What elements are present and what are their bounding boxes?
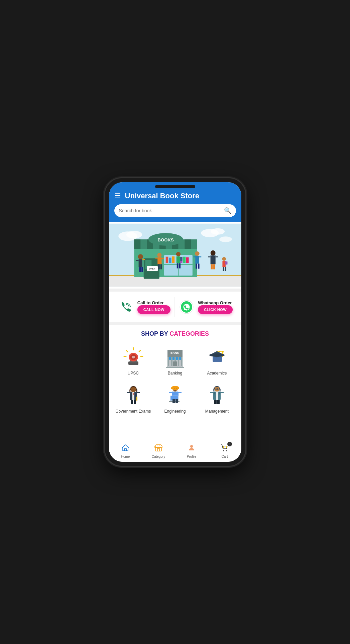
svg-line-148: [224, 446, 224, 448]
category-upsc[interactable]: UPSC: [114, 343, 153, 378]
nav-cart[interactable]: 0 Cart: [215, 444, 235, 458]
svg-point-30: [138, 254, 143, 259]
whatsapp-order-item: Whatsapp Order CLICK NOW: [178, 298, 233, 316]
svg-rect-10: [134, 239, 140, 249]
order-divider: [174, 297, 174, 317]
svg-rect-85: [173, 361, 177, 366]
svg-rect-45: [177, 263, 178, 269]
category-banking[interactable]: BANK: [155, 343, 195, 378]
svg-point-145: [190, 445, 193, 448]
svg-rect-43: [176, 256, 180, 263]
svg-rect-136: [221, 392, 224, 393]
svg-marker-109: [136, 401, 137, 402]
search-button[interactable]: 🔍: [224, 207, 231, 214]
shop-by-text: SHOP BY: [141, 330, 169, 337]
categories-heading: SHOP BY CATEGORIES: [112, 330, 238, 337]
banking-icon: BANK: [163, 345, 187, 369]
svg-point-5: [219, 236, 232, 242]
nav-category[interactable]: Category: [148, 444, 168, 458]
svg-rect-138: [217, 400, 220, 404]
home-nav-label: Home: [121, 455, 130, 458]
svg-rect-137: [214, 400, 217, 404]
category-govt-exams[interactable]: Government Exams: [114, 381, 153, 416]
search-input[interactable]: [119, 208, 224, 213]
banner: BOOKS OPEN: [109, 222, 241, 289]
cart-badge-count: 0: [227, 442, 232, 446]
svg-rect-39: [161, 258, 164, 259]
svg-text:BOOKS: BOOKS: [157, 237, 174, 242]
svg-text:BANK: BANK: [170, 351, 179, 354]
engineering-label: Engineering: [164, 409, 186, 414]
svg-rect-37: [157, 257, 161, 264]
menu-icon[interactable]: ☰: [114, 192, 121, 200]
svg-point-53: [210, 250, 215, 255]
svg-rect-52: [198, 263, 199, 269]
svg-rect-26: [172, 256, 174, 263]
academics-icon: [205, 345, 229, 369]
svg-rect-89: [172, 357, 174, 360]
svg-point-2: [126, 231, 142, 238]
app-title: Universal Book Store: [125, 192, 200, 200]
category-engineering[interactable]: Engineering: [155, 381, 195, 416]
svg-rect-62: [225, 267, 226, 271]
cart-icon: 0: [221, 444, 229, 454]
svg-rect-33: [142, 259, 145, 260]
profile-icon: [188, 444, 196, 454]
govt-exams-icon: [121, 384, 145, 407]
management-label: Management: [205, 409, 229, 414]
upsc-label: UPSC: [127, 371, 138, 375]
svg-rect-107: [137, 392, 140, 393]
home-icon: [121, 444, 129, 454]
svg-rect-110: [131, 400, 133, 404]
svg-point-42: [176, 252, 180, 256]
svg-point-36: [157, 253, 161, 257]
search-bar: 🔍: [114, 204, 236, 217]
upsc-icon: [121, 345, 145, 369]
cart-nav-label: Cart: [222, 455, 228, 458]
svg-rect-140: [155, 447, 161, 451]
separator-2: [109, 322, 241, 325]
svg-rect-24: [165, 257, 168, 263]
svg-rect-49: [193, 256, 196, 257]
category-icon: [154, 444, 162, 454]
svg-rect-56: [215, 256, 218, 257]
svg-rect-14: [185, 239, 191, 249]
svg-rect-78: [167, 355, 183, 357]
svg-rect-90: [176, 357, 178, 360]
svg-rect-139: [124, 449, 126, 451]
order-section: Call to Order CALL NOW: [109, 291, 241, 322]
svg-point-59: [222, 257, 226, 261]
category-management[interactable]: Management: [197, 381, 236, 416]
svg-rect-35: [141, 267, 143, 272]
svg-point-96: [222, 351, 224, 353]
govt-exams-label: Government Exams: [115, 409, 151, 414]
notch: [155, 185, 195, 188]
svg-rect-132: [216, 392, 218, 400]
call-order-item: Call to Order CALL NOW: [117, 298, 170, 316]
svg-point-116: [176, 389, 177, 389]
svg-rect-122: [179, 392, 182, 393]
nav-home[interactable]: Home: [115, 444, 135, 458]
svg-text:OPEN: OPEN: [149, 267, 155, 270]
management-icon: [205, 384, 229, 407]
whatsapp-now-button[interactable]: CLICK NOW: [198, 305, 233, 314]
call-now-button[interactable]: CALL NOW: [137, 305, 170, 314]
category-nav-label: Category: [152, 455, 165, 458]
phone-icon: [117, 298, 135, 316]
svg-rect-31: [138, 259, 142, 267]
nav-profile[interactable]: Profile: [182, 444, 202, 458]
svg-rect-106: [127, 392, 130, 393]
svg-rect-51: [196, 263, 197, 269]
profile-nav-label: Profile: [187, 455, 196, 458]
svg-rect-135: [210, 392, 213, 393]
svg-line-150: [226, 446, 227, 448]
svg-rect-38: [155, 258, 157, 259]
separator-1: [109, 289, 241, 291]
whatsapp-order-label: Whatsapp Order: [198, 300, 233, 305]
svg-point-115: [174, 389, 174, 389]
category-academics[interactable]: Academics: [197, 343, 236, 378]
svg-rect-55: [208, 256, 211, 257]
categories-section: SHOP BY CATEGORIES: [109, 325, 241, 441]
engineering-icon: [163, 384, 187, 407]
svg-rect-114: [171, 388, 179, 389]
